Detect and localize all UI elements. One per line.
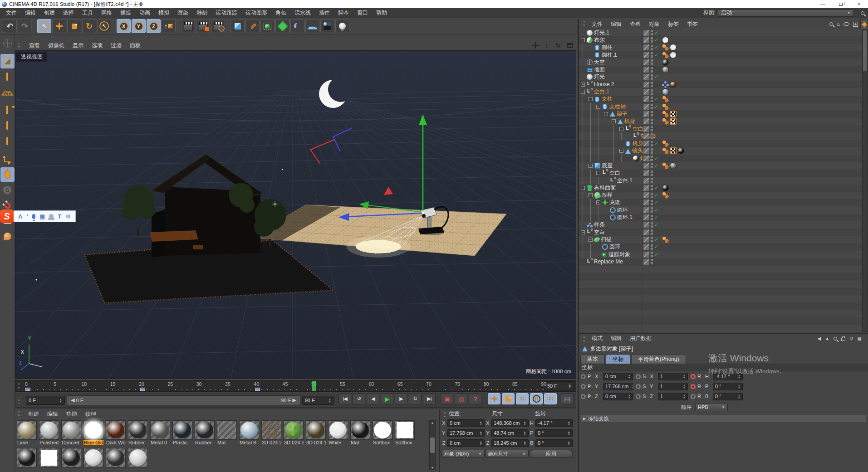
tree-row[interactable]: −空白 — [579, 229, 868, 236]
enabled-check-icon[interactable]: ✓ — [654, 222, 659, 228]
collapse-icon[interactable]: − — [619, 127, 623, 131]
editor-render-dots[interactable] — [651, 244, 653, 250]
panel-grip-icon[interactable] — [581, 21, 586, 27]
undo-button[interactable] — [3, 19, 17, 33]
visibility-toggle[interactable] — [643, 170, 649, 176]
viewport-menu-显示[interactable]: 显示 — [69, 41, 88, 49]
enabled-check-icon[interactable]: ✓ — [654, 192, 659, 198]
enabled-check-icon[interactable]: ✓ — [654, 156, 659, 161]
keyframe-marker[interactable] — [25, 388, 30, 391]
tree-row[interactable]: −架子 — [579, 110, 868, 117]
coord-field[interactable]: 18.245 cm▲▼ — [491, 439, 529, 447]
subdivision-button[interactable] — [260, 19, 275, 33]
tree-row[interactable]: 空白.1 — [579, 177, 868, 184]
visibility-toggle[interactable] — [643, 89, 649, 95]
keyframe-ring[interactable] — [581, 394, 586, 399]
menu-帮助[interactable]: 帮助 — [372, 8, 391, 18]
collapse-icon[interactable]: − — [581, 186, 585, 190]
tree-row[interactable]: 天空 — [579, 58, 868, 66]
material-item[interactable]: 3D 024 1 — [306, 420, 326, 445]
attr-field[interactable]: 0 °▲▼ — [713, 393, 743, 400]
editor-render-dots[interactable] — [651, 215, 653, 220]
polygons-mode-button[interactable] — [0, 134, 15, 148]
keyframe-ring[interactable] — [581, 374, 586, 379]
menu-网格[interactable]: 网格 — [97, 8, 116, 18]
material-item[interactable]: Dark Wo — [106, 420, 126, 445]
material-item[interactable]: Mat — [217, 420, 237, 445]
collapse-icon[interactable]: − — [619, 149, 623, 153]
visibility-toggle[interactable] — [643, 148, 649, 154]
section-header[interactable]: 坐标 — [579, 364, 868, 371]
minimize-button[interactable]: — — [814, 0, 832, 8]
move-button[interactable] — [52, 19, 66, 33]
menu-流水线[interactable]: 流水线 — [290, 8, 315, 18]
history-icon[interactable]: ↺ — [849, 336, 853, 341]
viewport-solo-button[interactable] — [0, 167, 15, 182]
visibility-toggle[interactable] — [643, 30, 649, 36]
editor-render-dots[interactable] — [651, 89, 653, 95]
coord-mode-dropdown[interactable]: 对象 (相对)▼ — [441, 450, 485, 458]
visibility-toggle[interactable] — [643, 133, 649, 139]
enabled-check-icon[interactable]: ✓ — [654, 185, 659, 191]
editor-render-dots[interactable] — [651, 45, 653, 50]
visibility-toggle[interactable] — [643, 252, 649, 258]
visibility-toggle[interactable] — [643, 244, 649, 250]
coord-mode-dropdown[interactable]: 绝对尺寸▼ — [485, 450, 529, 458]
collapse-icon[interactable]: − — [596, 200, 600, 204]
collapse-icon[interactable]: − — [581, 38, 585, 42]
enabled-check-icon[interactable]: ✓ — [654, 244, 659, 250]
editor-render-dots[interactable] — [651, 59, 653, 65]
menu-工具[interactable]: 工具 — [78, 8, 97, 18]
sogou-logo[interactable]: S — [0, 209, 14, 223]
enabled-check-icon[interactable]: ✓ — [654, 214, 659, 220]
editor-render-dots[interactable] — [651, 104, 653, 109]
tree-row[interactable]: 圆环.1✓ — [579, 214, 868, 221]
key-position-toggle[interactable] — [488, 393, 500, 404]
material-item[interactable]: 3D 024 3 — [284, 420, 304, 445]
editor-render-dots[interactable] — [651, 37, 653, 43]
tree-row[interactable]: 圆柱✓ — [579, 44, 868, 51]
tree-row[interactable]: +House 2 — [579, 81, 868, 88]
panel-grip-icon[interactable] — [16, 383, 21, 389]
render-settings-button[interactable] — [211, 19, 225, 33]
coord-system-button[interactable] — [162, 19, 176, 33]
visibility-toggle[interactable] — [643, 104, 649, 110]
enabled-check-icon[interactable]: ✓ — [654, 200, 659, 205]
keyframe-marker[interactable] — [255, 388, 260, 391]
attr-field[interactable]: 1▲▼ — [658, 373, 688, 380]
attr-field[interactable]: 1▲▼ — [658, 383, 688, 390]
collapse-icon[interactable]: − — [588, 193, 593, 197]
attribute-menu-编辑[interactable]: 编辑 — [607, 334, 626, 343]
object-tree-scrollbar[interactable] — [862, 29, 868, 332]
tree-row[interactable]: −扫描✓ — [579, 236, 868, 243]
tree-row[interactable]: 机身轴✓ — [579, 140, 868, 147]
enabled-check-icon[interactable]: ✓ — [654, 96, 659, 102]
menu-雕刻[interactable]: 雕刻 — [192, 8, 211, 18]
texture-mode-button[interactable] — [0, 69, 15, 84]
viewport-pan-icon[interactable] — [531, 41, 539, 49]
coord-field[interactable]: 0 °▲▼ — [535, 439, 573, 447]
apply-button[interactable]: 应用 — [530, 450, 573, 458]
home-icon[interactable]: ⌂ — [837, 21, 840, 27]
visibility-toggle[interactable] — [643, 207, 649, 213]
freeze-transform-section[interactable]: 冻结变换 — [581, 415, 866, 422]
menu-运动跟踪[interactable]: 运动跟踪 — [211, 8, 241, 18]
object-menu-文件[interactable]: 文件 — [588, 19, 607, 29]
tree-row[interactable]: −布料曲面✓ — [579, 184, 868, 191]
menu-运动图形[interactable]: 运动图形 — [241, 8, 271, 18]
material-tag[interactable] — [662, 59, 669, 66]
phong-tag[interactable] — [662, 162, 669, 169]
phong-tag[interactable] — [662, 118, 669, 125]
deformer-button[interactable] — [290, 19, 304, 33]
material-item[interactable]: Metal B — [239, 420, 259, 445]
material-tag[interactable] — [670, 52, 677, 58]
tab-坐标[interactable]: 坐标 — [606, 354, 630, 364]
collapse-icon[interactable]: − — [588, 164, 593, 168]
array-button[interactable] — [275, 19, 289, 33]
environment-button[interactable] — [305, 19, 319, 33]
points-mode-button[interactable] — [0, 103, 15, 117]
visibility-toggle[interactable] — [643, 52, 649, 58]
search-icon[interactable] — [861, 11, 864, 15]
attr-field[interactable]: 0 cm▲▼ — [603, 373, 633, 380]
editor-render-dots[interactable] — [651, 82, 653, 87]
